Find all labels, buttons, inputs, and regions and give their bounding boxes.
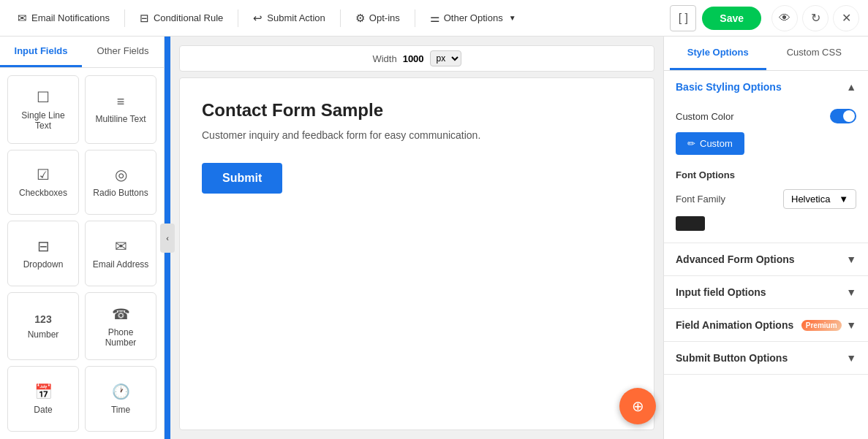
field-email-address[interactable]: ✉ Email Address (85, 221, 156, 286)
panel-drag-handle[interactable]: ‹ (165, 37, 170, 439)
font-family-label: Font Family (676, 194, 725, 205)
width-unit-select[interactable]: px % (430, 50, 461, 66)
other-options-nav[interactable]: ⚌ Other Options ▼ (421, 7, 525, 29)
submit-button-title: Submit Button Options (676, 352, 788, 364)
tab-input-fields[interactable]: Input Fields (0, 37, 82, 67)
conditional-rule-nav[interactable]: ⊟ Conditional Rule (131, 7, 232, 29)
opt-ins-nav[interactable]: ⚙ Opt-ins (347, 7, 409, 29)
advanced-form-section: Advanced Form Options ▼ (664, 243, 868, 276)
collapse-panel-button[interactable]: ‹ (160, 224, 175, 253)
font-options-section: Font Options Font Family Helvetica ▼ (664, 167, 868, 243)
multiline-icon: ≡ (117, 94, 125, 110)
tab-style-options[interactable]: Style Options (670, 37, 766, 70)
field-tabs: Input Fields Other Fields (0, 37, 164, 68)
nav-divider-2 (238, 9, 238, 27)
basic-styling-header[interactable]: Basic Styling Options ▲ (664, 71, 868, 103)
form-title: Contact Form Sample (202, 100, 632, 121)
custom-color-toggle[interactable] (830, 109, 856, 123)
chevron-down-icon: ▼ (509, 14, 516, 22)
form-preview: Contact Form Sample Customer inquiry and… (179, 77, 654, 430)
fields-grid: ☐ Single Line Text ≡ Multiline Text ☑ Ch… (0, 68, 164, 439)
field-checkboxes[interactable]: ☑ Checkboxes (7, 150, 79, 215)
main-layout: Input Fields Other Fields ☐ Single Line … (0, 37, 868, 439)
support-button[interactable]: ⊕ (619, 388, 656, 424)
chevron-left-icon: ‹ (166, 234, 169, 243)
custom-color-button[interactable]: ✏ Custom (676, 132, 744, 155)
field-multiline-text[interactable]: ≡ Multiline Text (85, 75, 156, 144)
optins-icon: ⚙ (355, 12, 365, 25)
field-dropdown[interactable]: ⊟ Dropdown (7, 221, 79, 286)
field-number[interactable]: 123 Number (7, 292, 79, 361)
nav-divider-3 (340, 9, 341, 27)
field-time[interactable]: 🕐 Time (85, 366, 156, 432)
eye-icon: 👁 (779, 12, 790, 25)
premium-badge: Premium (801, 320, 842, 331)
basic-styling-section: Basic Styling Options ▲ Custom Color ✏ C… (664, 71, 868, 243)
nav-divider-4 (415, 9, 415, 27)
submit-icon: ↩ (253, 12, 263, 25)
field-animation-title: Field Animation Options (676, 319, 793, 331)
chevron-down-icon-adv: ▼ (846, 253, 856, 265)
width-toolbar: Width 1000 px % (179, 45, 654, 72)
chevron-down-icon-sub: ▼ (846, 352, 856, 364)
field-single-line-text[interactable]: ☐ Single Line Text (7, 75, 79, 144)
preview-button[interactable]: 👁 (771, 5, 798, 31)
submit-button-preview[interactable]: Submit (202, 163, 282, 194)
dropdown-icon: ⊟ (37, 237, 50, 255)
font-family-value: Helvetica (791, 194, 830, 205)
width-value: 1000 (403, 53, 424, 64)
chevron-down-icon-anim: ▼ (846, 319, 856, 331)
custom-color-row: Custom Color (676, 109, 856, 123)
field-animation-header[interactable]: Field Animation Options Premium ▼ (664, 309, 868, 341)
basic-styling-title: Basic Styling Options (676, 81, 782, 93)
advanced-form-header[interactable]: Advanced Form Options ▼ (664, 243, 868, 275)
font-family-row: Font Family Helvetica ▼ (676, 189, 856, 209)
field-date[interactable]: 📅 Date (7, 366, 79, 432)
close-button[interactable]: ✕ (833, 5, 859, 31)
input-field-title: Input field Options (676, 286, 766, 298)
bracket-button[interactable]: [ ] (670, 5, 696, 31)
support-icon: ⊕ (632, 397, 644, 415)
custom-color-label: Custom Color (676, 111, 733, 122)
single-line-icon: ☐ (37, 88, 50, 106)
submit-action-nav[interactable]: ↩ Submit Action (244, 7, 334, 29)
email-field-icon: ✉ (115, 237, 127, 255)
submit-button-header[interactable]: Submit Button Options ▼ (664, 342, 868, 374)
right-panel-tabs: Style Options Custom CSS (664, 37, 868, 71)
email-icon: ✉ (18, 12, 27, 25)
form-description: Customer inquiry and feedback form for e… (202, 129, 632, 141)
time-icon: 🕐 (112, 383, 130, 400)
input-field-header[interactable]: Input field Options ▼ (664, 276, 868, 308)
refresh-icon: ↻ (811, 11, 820, 25)
field-radio-buttons[interactable]: ◎ Radio Buttons (85, 150, 156, 215)
width-label: Width (372, 53, 396, 64)
radio-icon: ◎ (115, 166, 127, 183)
tab-other-fields[interactable]: Other Fields (82, 37, 164, 67)
font-options-title: Font Options (676, 169, 856, 180)
sliders-icon: ⚌ (430, 12, 439, 25)
left-panel: Input Fields Other Fields ☐ Single Line … (0, 37, 165, 439)
date-icon: 📅 (34, 383, 53, 400)
font-color-swatch[interactable] (676, 216, 705, 231)
number-icon: 123 (34, 313, 51, 325)
chevron-up-icon: ▲ (846, 81, 856, 93)
chevron-down-icon-inp: ▼ (846, 286, 856, 298)
email-notifications-nav[interactable]: ✉ Email Notifications (9, 7, 118, 29)
close-icon: ✕ (842, 11, 851, 25)
submit-button-section: Submit Button Options ▼ (664, 342, 868, 375)
basic-styling-body: Custom Color ✏ Custom (664, 103, 868, 167)
right-panel: Style Options Custom CSS Basic Styling O… (663, 37, 868, 439)
bracket-icon: [ ] (679, 12, 688, 25)
input-field-section: Input field Options ▼ (664, 276, 868, 309)
center-canvas: Width 1000 px % Contact Form Sample Cust… (170, 37, 663, 439)
font-family-select[interactable]: Helvetica ▼ (783, 189, 856, 209)
pencil-icon: ✏ (687, 138, 695, 149)
conditional-icon: ⊟ (140, 12, 149, 25)
refresh-button[interactable]: ↻ (802, 5, 829, 31)
save-button[interactable]: Save (702, 7, 761, 30)
top-navigation: ✉ Email Notifications ⊟ Conditional Rule… (0, 0, 868, 37)
tab-custom-css[interactable]: Custom CSS (766, 37, 863, 70)
nav-divider-1 (124, 9, 125, 27)
field-animation-section: Field Animation Options Premium ▼ (664, 309, 868, 342)
field-phone-number[interactable]: ☎ Phone Number (85, 292, 156, 361)
